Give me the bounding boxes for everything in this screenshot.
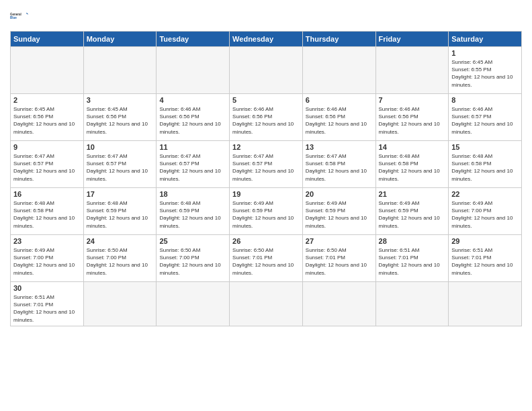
calendar-cell: 11Sunrise: 6:47 AMSunset: 6:57 PMDayligh… xyxy=(157,141,230,188)
calendar-table: SundayMondayTuesdayWednesdayThursdayFrid… xyxy=(10,31,522,326)
day-info: Sunrise: 6:49 AMSunset: 7:00 PMDaylight:… xyxy=(13,246,81,277)
logo: General Blue xyxy=(10,7,29,26)
calendar-cell xyxy=(157,282,230,326)
calendar-cell: 7Sunrise: 6:46 AMSunset: 6:56 PMDaylight… xyxy=(375,94,449,141)
calendar-cell: 2Sunrise: 6:45 AMSunset: 6:56 PMDaylight… xyxy=(11,94,84,141)
day-info: Sunrise: 6:46 AMSunset: 6:57 PMDaylight:… xyxy=(451,105,519,136)
calendar-cell: 22Sunrise: 6:49 AMSunset: 7:00 PMDayligh… xyxy=(449,188,522,235)
logo-icon: General Blue xyxy=(10,7,29,26)
day-info: Sunrise: 6:45 AMSunset: 6:56 PMDaylight:… xyxy=(87,105,154,136)
day-number: 14 xyxy=(379,143,446,151)
day-number: 5 xyxy=(232,96,300,104)
calendar-cell: 9Sunrise: 6:47 AMSunset: 6:57 PMDaylight… xyxy=(11,141,84,188)
day-info: Sunrise: 6:46 AMSunset: 6:56 PMDaylight:… xyxy=(159,105,226,136)
day-info: Sunrise: 6:48 AMSunset: 6:58 PMDaylight:… xyxy=(451,152,519,183)
day-info: Sunrise: 6:50 AMSunset: 7:01 PMDaylight:… xyxy=(232,246,300,277)
calendar-cell xyxy=(230,282,303,326)
day-info: Sunrise: 6:47 AMSunset: 6:58 PMDaylight:… xyxy=(306,152,373,183)
weekday-header-friday: Friday xyxy=(375,32,449,47)
day-info: Sunrise: 6:49 AMSunset: 6:59 PMDaylight:… xyxy=(232,199,300,230)
day-number: 20 xyxy=(306,190,373,198)
calendar-cell: 5Sunrise: 6:46 AMSunset: 6:56 PMDaylight… xyxy=(230,94,303,141)
day-number: 19 xyxy=(232,190,300,198)
calendar-cell xyxy=(375,282,449,326)
day-info: Sunrise: 6:45 AMSunset: 6:55 PMDaylight:… xyxy=(451,58,519,89)
day-info: Sunrise: 6:50 AMSunset: 7:00 PMDaylight:… xyxy=(87,246,154,277)
calendar-cell xyxy=(83,47,157,94)
weekday-header-tuesday: Tuesday xyxy=(157,32,230,47)
day-info: Sunrise: 6:48 AMSunset: 6:58 PMDaylight:… xyxy=(379,152,446,183)
day-info: Sunrise: 6:47 AMSunset: 6:57 PMDaylight:… xyxy=(232,152,300,183)
day-number: 12 xyxy=(232,143,300,151)
day-number: 17 xyxy=(87,190,154,198)
day-info: Sunrise: 6:47 AMSunset: 6:57 PMDaylight:… xyxy=(87,152,154,183)
calendar-cell: 4Sunrise: 6:46 AMSunset: 6:56 PMDaylight… xyxy=(157,94,230,141)
day-number: 4 xyxy=(159,96,226,104)
day-number: 28 xyxy=(379,237,446,245)
day-number: 2 xyxy=(13,96,81,104)
calendar-cell: 17Sunrise: 6:48 AMSunset: 6:59 PMDayligh… xyxy=(83,188,157,235)
calendar-cell: 19Sunrise: 6:49 AMSunset: 6:59 PMDayligh… xyxy=(230,188,303,235)
day-number: 29 xyxy=(451,237,519,245)
day-number: 9 xyxy=(13,143,81,151)
day-info: Sunrise: 6:46 AMSunset: 6:56 PMDaylight:… xyxy=(379,105,446,136)
calendar-cell xyxy=(83,282,157,326)
header: General Blue xyxy=(10,7,522,26)
day-info: Sunrise: 6:51 AMSunset: 7:01 PMDaylight:… xyxy=(451,246,519,277)
day-info: Sunrise: 6:49 AMSunset: 6:59 PMDaylight:… xyxy=(379,199,446,230)
day-info: Sunrise: 6:51 AMSunset: 7:01 PMDaylight:… xyxy=(379,246,446,277)
day-number: 18 xyxy=(159,190,226,198)
svg-text:General: General xyxy=(10,13,21,16)
day-number: 6 xyxy=(306,96,373,104)
calendar-cell xyxy=(375,47,449,94)
day-info: Sunrise: 6:48 AMSunset: 6:59 PMDaylight:… xyxy=(87,199,154,230)
day-info: Sunrise: 6:51 AMSunset: 7:01 PMDaylight:… xyxy=(13,293,81,324)
day-info: Sunrise: 6:48 AMSunset: 6:58 PMDaylight:… xyxy=(13,199,81,230)
day-info: Sunrise: 6:47 AMSunset: 6:57 PMDaylight:… xyxy=(159,152,226,183)
day-number: 11 xyxy=(159,143,226,151)
day-number: 26 xyxy=(232,237,300,245)
calendar-cell xyxy=(230,47,303,94)
calendar-cell: 27Sunrise: 6:50 AMSunset: 7:01 PMDayligh… xyxy=(302,235,375,282)
calendar-cell: 28Sunrise: 6:51 AMSunset: 7:01 PMDayligh… xyxy=(375,235,449,282)
calendar-cell: 3Sunrise: 6:45 AMSunset: 6:56 PMDaylight… xyxy=(83,94,157,141)
day-info: Sunrise: 6:49 AMSunset: 7:00 PMDaylight:… xyxy=(451,199,519,230)
day-info: Sunrise: 6:47 AMSunset: 6:57 PMDaylight:… xyxy=(13,152,81,183)
weekday-header-monday: Monday xyxy=(83,32,157,47)
calendar-week-6: 30Sunrise: 6:51 AMSunset: 7:01 PMDayligh… xyxy=(11,282,522,326)
calendar-week-3: 9Sunrise: 6:47 AMSunset: 6:57 PMDaylight… xyxy=(11,141,522,188)
calendar-cell: 1Sunrise: 6:45 AMSunset: 6:55 PMDaylight… xyxy=(449,47,522,94)
calendar-cell: 21Sunrise: 6:49 AMSunset: 6:59 PMDayligh… xyxy=(375,188,449,235)
day-number: 13 xyxy=(306,143,373,151)
calendar-cell: 16Sunrise: 6:48 AMSunset: 6:58 PMDayligh… xyxy=(11,188,84,235)
calendar-cell: 8Sunrise: 6:46 AMSunset: 6:57 PMDaylight… xyxy=(449,94,522,141)
day-number: 30 xyxy=(13,284,81,292)
calendar-week-2: 2Sunrise: 6:45 AMSunset: 6:56 PMDaylight… xyxy=(11,94,522,141)
calendar-cell xyxy=(11,47,84,94)
calendar-cell: 20Sunrise: 6:49 AMSunset: 6:59 PMDayligh… xyxy=(302,188,375,235)
calendar-week-1: 1Sunrise: 6:45 AMSunset: 6:55 PMDaylight… xyxy=(11,47,522,94)
weekday-header-saturday: Saturday xyxy=(449,32,522,47)
day-info: Sunrise: 6:46 AMSunset: 6:56 PMDaylight:… xyxy=(306,105,373,136)
day-info: Sunrise: 6:45 AMSunset: 6:56 PMDaylight:… xyxy=(13,105,81,136)
day-number: 1 xyxy=(451,49,519,57)
calendar-cell: 12Sunrise: 6:47 AMSunset: 6:57 PMDayligh… xyxy=(230,141,303,188)
weekday-header-wednesday: Wednesday xyxy=(230,32,303,47)
calendar-cell xyxy=(449,282,522,326)
day-number: 7 xyxy=(379,96,446,104)
day-number: 3 xyxy=(87,96,154,104)
calendar-cell: 29Sunrise: 6:51 AMSunset: 7:01 PMDayligh… xyxy=(449,235,522,282)
day-number: 8 xyxy=(451,96,519,104)
calendar-cell xyxy=(302,282,375,326)
calendar-cell: 14Sunrise: 6:48 AMSunset: 6:58 PMDayligh… xyxy=(375,141,449,188)
calendar-cell: 25Sunrise: 6:50 AMSunset: 7:00 PMDayligh… xyxy=(157,235,230,282)
calendar-cell xyxy=(157,47,230,94)
calendar-cell: 6Sunrise: 6:46 AMSunset: 6:56 PMDaylight… xyxy=(302,94,375,141)
calendar-cell: 26Sunrise: 6:50 AMSunset: 7:01 PMDayligh… xyxy=(230,235,303,282)
day-number: 24 xyxy=(87,237,154,245)
calendar-cell: 15Sunrise: 6:48 AMSunset: 6:58 PMDayligh… xyxy=(449,141,522,188)
calendar-page: General Blue SundayMondayTuesdayWednesda… xyxy=(0,0,532,411)
weekday-header-sunday: Sunday xyxy=(11,32,84,47)
calendar-cell: 24Sunrise: 6:50 AMSunset: 7:00 PMDayligh… xyxy=(83,235,157,282)
day-number: 16 xyxy=(13,190,81,198)
